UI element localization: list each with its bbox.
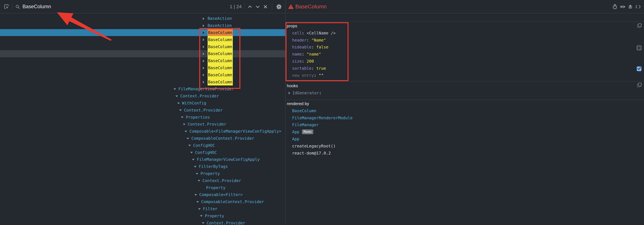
sortable-checkbox[interactable] [637, 67, 642, 71]
tree-row[interactable]: Property [0, 212, 285, 219]
collapse-arrow-icon[interactable] [188, 145, 191, 146]
tree-row[interactable]: Context.Provider [0, 93, 285, 100]
tree-row[interactable]: FilterByTags [0, 163, 285, 170]
expand-arrow-icon[interactable] [288, 92, 290, 94]
next-match-button[interactable] [255, 4, 260, 10]
inspect-element-button[interactable] [4, 4, 9, 10]
prop-value[interactable]: <CellName /> [306, 31, 336, 35]
hideable-checkbox[interactable] [637, 46, 642, 50]
collapse-arrow-icon[interactable] [200, 215, 202, 217]
collapse-arrow-icon[interactable] [192, 159, 194, 160]
toolbar-separator [12, 3, 12, 10]
tree-row[interactable]: ComposableContext.Provider [0, 198, 285, 205]
expand-arrow-icon[interactable] [203, 46, 204, 48]
component-name: Context.Provider [180, 93, 219, 100]
collapse-arrow-icon[interactable] [176, 95, 178, 97]
collapse-arrow-icon[interactable] [179, 109, 182, 111]
expand-arrow-icon[interactable] [203, 25, 204, 27]
tree-row[interactable]: FileManagerViewProvider [0, 85, 285, 93]
copy-hooks-button[interactable] [636, 83, 642, 88]
tree-row[interactable]: Context.Provider [0, 107, 285, 114]
prop-row[interactable]: new entry: "" [286, 72, 644, 79]
tree-row[interactable]: BaseColumn [0, 57, 285, 64]
log-to-console-button[interactable] [628, 4, 633, 10]
collapse-arrow-icon[interactable] [202, 222, 204, 224]
expand-arrow-icon[interactable] [203, 81, 204, 83]
tree-row[interactable]: BaseColumn [0, 29, 285, 36]
expand-arrow-icon[interactable] [203, 53, 204, 55]
tree-row[interactable]: Composable<Filter> [0, 191, 285, 198]
prop-value[interactable]: "" [319, 73, 324, 78]
tree-row[interactable]: WithConfig [0, 100, 285, 107]
tree-row[interactable]: Context.Provider [0, 219, 285, 225]
prop-key: name [292, 52, 302, 57]
collapse-arrow-icon[interactable] [198, 180, 200, 181]
divider [0, 13, 644, 13]
prop-row[interactable]: size: 200 [286, 58, 644, 65]
collapse-arrow-icon[interactable] [186, 138, 189, 139]
tree-row[interactable]: BaseAction [0, 15, 285, 22]
collapse-arrow-icon[interactable] [190, 152, 193, 153]
rendered-by-item[interactable]: FileManager [286, 121, 644, 128]
view-source-button[interactable] [635, 4, 641, 10]
tree-row[interactable]: BaseColumn [0, 71, 285, 78]
prop-row[interactable]: hideable: false [286, 44, 644, 51]
collapse-arrow-icon[interactable] [181, 117, 184, 118]
tree-row[interactable]: BaseColumn [0, 36, 285, 43]
collapse-arrow-icon[interactable] [198, 208, 201, 210]
expand-arrow-icon[interactable] [203, 32, 204, 34]
settings-button[interactable] [276, 3, 282, 10]
collapse-arrow-icon[interactable] [177, 103, 180, 104]
expand-arrow-icon[interactable] [203, 39, 204, 41]
tree-row[interactable]: Property [0, 170, 285, 177]
collapse-arrow-icon[interactable] [174, 88, 176, 90]
expand-arrow-icon[interactable] [203, 17, 204, 20]
tree-row[interactable]: Filter [0, 205, 285, 212]
rendered-by-item[interactable]: AppMemo [286, 128, 644, 135]
previous-match-button[interactable] [247, 4, 253, 10]
rendered-by-item[interactable]: FileManagerRendererModule [286, 114, 644, 122]
prop-value[interactable]: "name" [306, 52, 321, 57]
prop-row[interactable]: header: "Name" [286, 37, 644, 44]
expand-arrow-icon[interactable] [203, 67, 204, 69]
search-input[interactable] [22, 0, 218, 13]
prop-row[interactable]: cell: <CellName /> [286, 30, 644, 37]
prop-value[interactable]: "Name" [312, 38, 326, 43]
tree-row[interactable]: BaseColumn [0, 78, 285, 85]
expand-arrow-icon[interactable] [203, 74, 204, 76]
tree-row[interactable]: FileManagerViewConfigApply [0, 156, 285, 163]
hook-row[interactable]: IdGenerator: [286, 90, 644, 97]
collapse-arrow-icon[interactable] [184, 131, 187, 132]
collapse-arrow-icon[interactable] [196, 173, 198, 175]
tree-row[interactable]: Context.Provider [0, 177, 285, 184]
prop-value[interactable]: false [316, 45, 328, 49]
panel-divider[interactable] [285, 0, 286, 225]
tree-row[interactable]: ComposableContext.Provider [0, 135, 285, 142]
clear-search-button[interactable] [262, 4, 268, 10]
prop-value[interactable]: true [316, 66, 326, 71]
inspect-dom-button[interactable] [620, 4, 626, 10]
suspend-component-button[interactable] [612, 4, 618, 10]
prop-row[interactable]: sortable: true [286, 65, 644, 72]
tree-row[interactable]: BaseColumn [0, 50, 285, 57]
component-name: FileManagerViewConfigApply [197, 156, 260, 163]
collapse-arrow-icon[interactable] [183, 124, 186, 125]
collapse-arrow-icon[interactable] [194, 194, 197, 196]
prop-row[interactable]: name: "name" [286, 51, 644, 58]
tree-row[interactable]: Composable<FileManagerViewConfigApply> [0, 128, 285, 135]
rendered-by-item[interactable]: BaseColumn [286, 107, 644, 114]
expand-arrow-icon[interactable] [203, 60, 204, 62]
tree-row[interactable]: Property [0, 184, 285, 191]
tree-row[interactable]: BaseAction [0, 22, 285, 29]
tree-row[interactable]: BaseColumn [0, 64, 285, 72]
copy-props-button[interactable] [636, 23, 642, 29]
prop-value[interactable]: 200 [306, 59, 314, 64]
tree-row[interactable]: ConfigHOC [0, 142, 285, 149]
tree-row[interactable]: Context.Provider [0, 121, 285, 128]
tree-row[interactable]: ConfigHOC [0, 149, 285, 156]
collapse-arrow-icon[interactable] [196, 201, 199, 203]
rendered-by-item[interactable]: App [286, 135, 644, 143]
tree-row[interactable]: BaseColumn [0, 43, 285, 50]
collapse-arrow-icon[interactable] [194, 166, 196, 167]
tree-row[interactable]: Properties [0, 114, 285, 121]
